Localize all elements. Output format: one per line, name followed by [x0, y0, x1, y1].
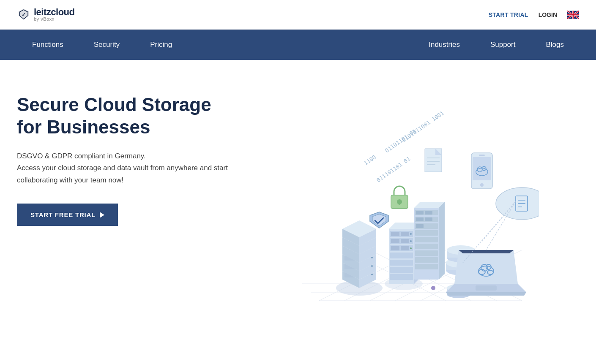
svg-rect-81 [425, 211, 432, 215]
svg-rect-61 [391, 239, 399, 243]
hero-illustration: 1100 01101101 01 0101011001 1001 0111011… [237, 81, 579, 326]
svg-point-111 [480, 183, 484, 187]
header: ✓ leitzcloud by vBoxx START TRIAL LOGIN [0, 0, 596, 30]
cloud-storage-illustration: 1100 01101101 01 0101011001 1001 0111011… [277, 81, 539, 326]
svg-rect-78 [415, 257, 438, 263]
svg-marker-86 [439, 202, 445, 280]
svg-point-30 [371, 274, 373, 275]
logo-text: leitzcloud by vBoxx [34, 8, 74, 22]
shield-icon [370, 212, 388, 228]
svg-rect-76 [415, 244, 438, 249]
svg-rect-60 [401, 232, 409, 236]
svg-rect-63 [391, 246, 399, 250]
svg-rect-59 [391, 232, 399, 236]
svg-rect-55 [390, 253, 413, 258]
logo-icon: ✓ [17, 8, 30, 22]
binary-code: 1100 01101101 01 0101011001 1001 0111011… [363, 110, 445, 184]
hero-desc-line1: DSGVO & GDPR compliant in Germany. [17, 152, 146, 160]
padlock-icon [391, 186, 408, 209]
svg-rect-11 [573, 11, 574, 19]
svg-point-40 [371, 257, 373, 258]
nav-left: Functions Security Pricing [17, 30, 413, 60]
hero-left: Secure Cloud Storage for Businesses DSGV… [17, 85, 237, 226]
svg-text:011101101 01: 011101101 01 [375, 155, 412, 183]
nav-item-support[interactable]: Support [475, 30, 531, 60]
language-flag-icon[interactable] [567, 11, 579, 19]
svg-point-24 [431, 286, 435, 290]
svg-rect-57 [390, 267, 413, 273]
svg-text:0101011001 1001: 0101011001 1001 [401, 110, 445, 144]
nav-right: Industries Support Blogs [413, 30, 579, 60]
svg-rect-62 [401, 239, 409, 243]
nav-item-security[interactable]: Security [79, 30, 135, 60]
hero-section: Secure Cloud Storage for Businesses DSGV… [0, 60, 596, 339]
logo[interactable]: ✓ leitzcloud by vBoxx [17, 8, 74, 22]
cloud-storage-icon [496, 187, 539, 220]
svg-rect-80 [416, 211, 424, 215]
svg-rect-74 [415, 230, 438, 236]
mobile-phone [471, 153, 492, 189]
main-nav: Functions Security Pricing Industries Su… [0, 30, 596, 60]
nav-item-functions[interactable]: Functions [17, 30, 79, 60]
server-stack-left [336, 220, 383, 296]
svg-rect-84 [416, 224, 424, 228]
laptop [446, 250, 526, 296]
svg-rect-82 [416, 217, 424, 221]
logo-sub: by vBoxx [34, 17, 74, 22]
svg-rect-64 [401, 246, 409, 250]
nav-item-pricing[interactable]: Pricing [135, 30, 187, 60]
svg-rect-105 [476, 285, 497, 291]
hero-description: DSGVO & GDPR compliant in Germany. Acces… [17, 150, 237, 187]
hero-title: Secure Cloud Storage for Businesses [17, 94, 237, 139]
nav-item-blogs[interactable]: Blogs [530, 30, 579, 60]
svg-marker-113 [425, 149, 442, 172]
svg-rect-79 [415, 264, 438, 269]
nav-item-industries[interactable]: Industries [413, 30, 475, 60]
start-free-trial-button[interactable]: START FREE TRIAL [17, 204, 118, 226]
svg-rect-83 [425, 217, 432, 221]
start-trial-button[interactable]: START TRIAL [489, 11, 528, 18]
svg-point-65 [410, 233, 412, 235]
document-file [425, 149, 442, 172]
svg-rect-112 [479, 155, 485, 156]
svg-point-67 [410, 247, 412, 249]
hero-desc-line2: Access your cloud storage and data vault… [17, 164, 228, 184]
play-icon [100, 212, 104, 218]
svg-point-118 [496, 187, 539, 220]
svg-text:1100: 1100 [363, 154, 377, 166]
header-right: START TRIAL LOGIN [489, 11, 579, 19]
svg-text:✓: ✓ [22, 12, 26, 18]
svg-marker-97 [459, 250, 514, 253]
svg-point-66 [410, 240, 412, 242]
logo-main: leitzcloud [34, 8, 74, 17]
svg-rect-58 [390, 274, 413, 280]
svg-point-35 [371, 265, 373, 267]
svg-rect-127 [399, 202, 400, 205]
login-button[interactable]: LOGIN [539, 11, 557, 18]
svg-rect-77 [415, 250, 438, 256]
start-free-trial-label: START FREE TRIAL [30, 211, 96, 218]
svg-marker-104 [446, 292, 526, 296]
server-rack-right [414, 202, 445, 280]
svg-rect-56 [390, 260, 413, 266]
svg-rect-75 [415, 237, 438, 242]
